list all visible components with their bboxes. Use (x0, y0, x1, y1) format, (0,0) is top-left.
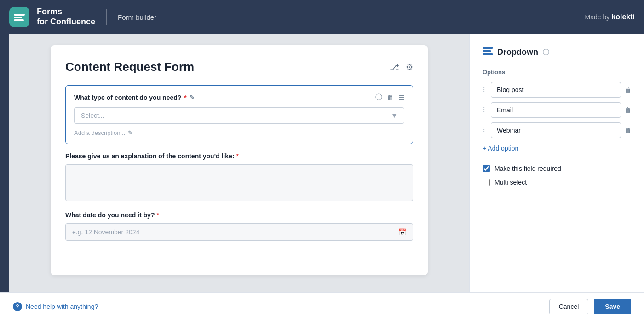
form-canvas-area: Content Request Form ⎇ ⚙ What type of co… (9, 34, 469, 292)
made-by-text: Made by (585, 13, 610, 21)
logo-text: Forms for Confluence (37, 7, 95, 27)
date-placeholder: e.g. 12 November 2024 (72, 228, 139, 236)
svg-rect-4 (483, 50, 491, 52)
question-label-3: What date do you need it by? * (65, 211, 413, 219)
dropdown-chevron-icon: ▼ (391, 112, 397, 119)
help-icon: ? (13, 302, 22, 311)
header-divider (106, 9, 107, 25)
left-sidebar (0, 34, 9, 292)
form-title: Content Request Form (65, 60, 194, 74)
panel-title: Dropdown (497, 47, 538, 57)
drag-question-1-icon[interactable]: ☰ (398, 93, 404, 102)
delete-question-1-icon[interactable]: 🗑 (387, 93, 394, 101)
settings-icon[interactable]: ⚙ (406, 62, 413, 72)
header-right: Made by kolekti (585, 13, 635, 21)
header-left: Forms for Confluence Form builder (9, 7, 156, 27)
add-option-button[interactable]: + Add option (483, 145, 518, 152)
multiselect-checkbox-row: Multi select (483, 179, 631, 186)
svg-rect-0 (14, 14, 25, 16)
svg-rect-3 (483, 47, 493, 49)
question-text-3: What date do you need it by? (65, 211, 155, 219)
form-canvas: Content Request Form ⎇ ⚙ What type of co… (51, 45, 428, 275)
option-input-2[interactable] (491, 122, 621, 138)
help-link[interactable]: ? Need help with anything? (13, 302, 98, 311)
required-star-3: * (156, 211, 159, 219)
header: Forms for Confluence Form builder Made b… (0, 0, 644, 34)
logo-line1: Forms (37, 7, 95, 17)
question-card-textarea: Please give us an explanation of the con… (65, 152, 413, 203)
right-panel: Dropdown ⓘ Options ⠇ 🗑 ⠇ 🗑 ⠇ 🗑 + Add opt… (469, 34, 644, 292)
svg-rect-1 (14, 17, 22, 18)
question-label-1: What type of content do you need? * ✎ (74, 94, 195, 101)
option-row-0: ⠇ 🗑 (483, 82, 631, 98)
drag-handle-2[interactable]: ⠇ (483, 127, 487, 134)
svg-rect-5 (483, 53, 493, 55)
form-title-row: Content Request Form ⎇ ⚙ (65, 60, 413, 74)
dropdown-panel-icon (483, 47, 493, 58)
question-card-date: What date do you need it by? * e.g. 12 N… (65, 211, 413, 241)
required-star-1: * (184, 94, 186, 101)
delete-option-2-icon[interactable]: 🗑 (625, 127, 631, 134)
filter-icon[interactable]: ⎇ (390, 62, 399, 72)
option-row-2: ⠇ 🗑 (483, 122, 631, 138)
textarea-field[interactable] (65, 164, 413, 201)
delete-option-1-icon[interactable]: 🗑 (625, 106, 631, 114)
edit-description-icon[interactable]: ✎ (128, 129, 133, 136)
main-area: Content Request Form ⎇ ⚙ What type of co… (0, 34, 644, 292)
brand-name: kolekti (611, 13, 635, 21)
question-card-dropdown: What type of content do you need? * ✎ ⓘ … (65, 85, 413, 144)
option-input-0[interactable] (491, 82, 621, 98)
required-checkbox[interactable] (483, 165, 490, 172)
question-text-1: What type of content do you need? (74, 94, 181, 101)
help-text: Need help with anything? (26, 303, 98, 310)
drag-handle-1[interactable]: ⠇ (483, 106, 487, 114)
option-input-1[interactable] (491, 102, 621, 118)
required-star-2: * (236, 152, 238, 160)
form-title-icons: ⎇ ⚙ (390, 62, 413, 72)
svg-rect-2 (14, 19, 24, 21)
dropdown-placeholder: Select... (81, 112, 104, 119)
save-button[interactable]: Save (594, 299, 631, 314)
drag-handle-0[interactable]: ⠇ (483, 86, 487, 93)
description-row: Add a description... ✎ (74, 129, 404, 136)
footer-right: Cancel Save (549, 299, 631, 314)
question-label-2: Please give us an explanation of the con… (65, 152, 413, 160)
logo-icon (9, 7, 29, 27)
footer: ? Need help with anything? Cancel Save (0, 292, 644, 320)
panel-header: Dropdown ⓘ (483, 47, 631, 58)
multiselect-checkbox[interactable] (483, 179, 490, 186)
dropdown-field[interactable]: Select... ▼ (74, 107, 404, 124)
required-checkbox-label[interactable]: Make this field required (494, 165, 561, 172)
description-placeholder: Add a description... (74, 129, 125, 136)
question-actions-1: ⓘ 🗑 ☰ (375, 93, 404, 102)
options-label: Options (483, 69, 631, 76)
question-text-2: Please give us an explanation of the con… (65, 152, 234, 160)
question-label-row-1: What type of content do you need? * ✎ ⓘ … (74, 93, 404, 102)
edit-question-1-icon[interactable]: ✎ (190, 94, 195, 101)
info-question-1-icon[interactable]: ⓘ (375, 93, 382, 102)
multiselect-checkbox-label[interactable]: Multi select (494, 179, 527, 186)
cancel-button[interactable]: Cancel (549, 299, 589, 314)
logo-line2: for Confluence (37, 17, 95, 27)
option-row-1: ⠇ 🗑 (483, 102, 631, 118)
form-builder-label: Form builder (118, 13, 156, 21)
delete-option-0-icon[interactable]: 🗑 (625, 86, 631, 93)
calendar-icon[interactable]: 📅 (398, 228, 406, 236)
required-checkbox-row: Make this field required (483, 165, 631, 172)
date-field[interactable]: e.g. 12 November 2024 📅 (65, 223, 413, 241)
panel-info-icon[interactable]: ⓘ (543, 48, 549, 57)
